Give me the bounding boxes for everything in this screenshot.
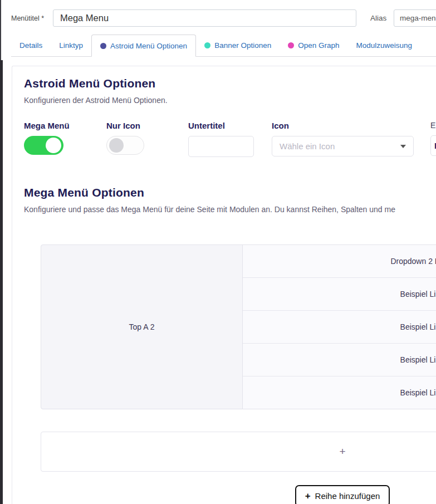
alias-input[interactable] [394, 9, 436, 27]
add-row-button-label: Reihe hinzufügen [315, 491, 380, 501]
section-title-mega-menu: Mega Menü Optionen [24, 185, 436, 200]
tab-details[interactable]: Details [11, 35, 51, 56]
tab-label: Banner Optionen [214, 41, 271, 50]
tab-open-graph[interactable]: Open Graph [280, 35, 347, 56]
mega-menu-toggle[interactable] [24, 136, 63, 155]
mega-menu-child-cell[interactable]: Beispiel Link (Child Item) [243, 311, 436, 344]
plus-icon: + [339, 446, 345, 458]
add-row-button-row: + Reihe hinzufügen [41, 485, 436, 504]
icon-select[interactable]: Wähle ein Icon [272, 136, 414, 156]
mega-menu-child-cell[interactable]: Beispiel Link (Child Item) [243, 344, 436, 376]
untertitel-label: Untertitel [188, 121, 254, 130]
plus-icon: + [305, 492, 311, 500]
mega-menu-parent-cell[interactable]: Top A 2 [41, 245, 243, 409]
astroid-options-panel: Astroid Menü Optionen Konfigurieren der … [12, 66, 436, 504]
toggle-knob [46, 138, 61, 153]
field-untertitel: Untertitel [188, 121, 254, 157]
nur-icon-label: Nur Icon [106, 121, 144, 130]
banner-tab-dot-icon [204, 42, 210, 48]
sidebar-edge-stripe [0, 60, 3, 504]
field-mega-menu: Mega Menü [24, 121, 70, 155]
mega-menu-label: Mega Menü [24, 121, 70, 130]
icon-select-placeholder: Wähle ein Icon [280, 141, 335, 151]
field-nur-icon: Nur Icon [106, 121, 144, 155]
nur-icon-toggle[interactable] [106, 136, 144, 155]
alias-label: Alias [370, 14, 386, 22]
icon-label: Icon [272, 121, 414, 130]
add-row-button[interactable]: + Reihe hinzufügen [295, 485, 390, 504]
sidebar-edge-line [0, 0, 1, 61]
opengraph-tab-dot-icon [288, 42, 294, 48]
truncated-field-value[interactable]: K [430, 135, 436, 156]
add-column-dropzone[interactable]: + [41, 432, 436, 472]
toggle-knob [109, 138, 124, 153]
tab-label: Linktyp [59, 41, 83, 50]
tab-astroid-menu-optionen[interactable]: Astroid Menü Optionen [91, 35, 196, 57]
field-icon: Icon Wähle ein Icon [272, 121, 414, 156]
chevron-down-icon [400, 145, 406, 148]
tab-label: Details [19, 41, 42, 50]
menu-title-label: Menütitel * [11, 14, 44, 22]
options-fields-row: Mega Menü Nur Icon Untertitel Icon Wähle… [24, 121, 436, 163]
menu-title-input[interactable] [53, 9, 356, 27]
tab-label: Modulzuweisung [356, 41, 413, 50]
section-title-astroid: Astroid Menü Optionen [24, 76, 436, 91]
tab-label: Astroid Menü Optionen [110, 42, 187, 50]
mega-menu-child-cell[interactable]: Beispiel Link (Child Item) [243, 278, 436, 311]
tab-modulzuweisung[interactable]: Modulzuweisung [348, 35, 421, 56]
mega-menu-children-column: Dropdown 2 Level (Child Item) Beispiel L… [243, 245, 436, 409]
field-truncated: E K [430, 121, 436, 156]
untertitel-input[interactable] [188, 136, 254, 157]
tab-linktyp[interactable]: Linktyp [51, 35, 91, 56]
mega-menu-child-cell[interactable]: Beispiel Link (Child Item) [243, 376, 436, 409]
tab-label: Open Graph [298, 41, 339, 50]
section-description-astroid: Konfigurieren der Astroid Menü Optionen. [24, 95, 436, 105]
tab-bar: Details Linktyp Astroid Menü Optionen Ba… [11, 35, 436, 57]
mega-menu-child-cell[interactable]: Dropdown 2 Level (Child Item) [243, 245, 436, 278]
section-description-mega-menu: Konfiguriere und passe das Mega Menü für… [24, 204, 436, 214]
truncated-field-label: E [430, 121, 436, 130]
astroid-tab-dot-icon [100, 43, 106, 49]
mega-menu-row-builder: Top A 2 Dropdown 2 Level (Child Item) Be… [41, 244, 436, 409]
menu-item-edit-screen: Menütitel * Alias Details Linktyp Astroi… [0, 0, 436, 504]
tab-banner-optionen[interactable]: Banner Optionen [196, 35, 280, 56]
